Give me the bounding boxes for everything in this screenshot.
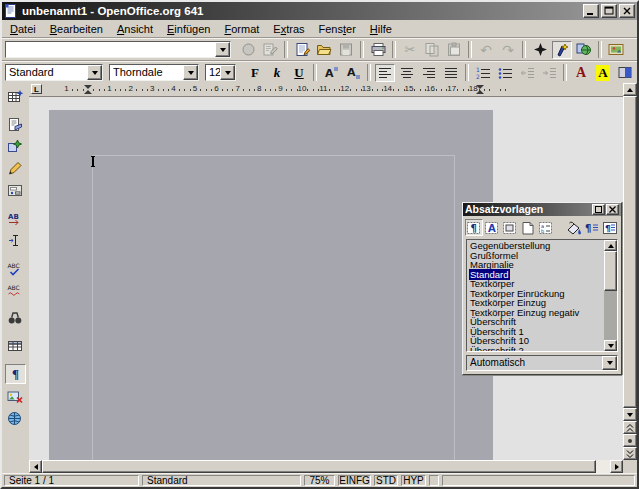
- autotext-icon[interactable]: AB: [5, 208, 26, 228]
- next-page-button[interactable]: [623, 447, 637, 460]
- hyperlink-dialog-icon[interactable]: [574, 41, 594, 59]
- vertical-scroll-thumb[interactable]: [623, 96, 637, 408]
- online-layout-icon[interactable]: [5, 408, 26, 428]
- bullets-icon[interactable]: [495, 64, 515, 82]
- gallery-icon[interactable]: [606, 41, 626, 59]
- style-filter-dropdown[interactable]: [602, 356, 617, 370]
- graphics-on-off-icon[interactable]: [5, 386, 26, 406]
- url-field[interactable]: [6, 42, 215, 57]
- indent-marker-right[interactable]: [476, 90, 484, 94]
- find-replace-icon[interactable]: [5, 308, 26, 328]
- paragraph-style-value[interactable]: Standard: [6, 65, 87, 80]
- scroll-down-button[interactable]: [623, 408, 637, 421]
- font-size-value[interactable]: 12: [206, 65, 220, 80]
- status-hyperlink-mode[interactable]: HYP: [401, 475, 426, 486]
- superscript-icon[interactable]: A: [321, 64, 341, 82]
- paragraph-style-combobox[interactable]: Standard: [5, 64, 103, 81]
- page-styles-icon[interactable]: [519, 219, 537, 236]
- scroll-up-button[interactable]: [623, 83, 637, 96]
- insert-fields-icon[interactable]: [5, 114, 26, 134]
- menu-hilfe[interactable]: Hilfe: [363, 22, 399, 36]
- new-style-from-selection-icon[interactable]: ¶: [583, 219, 601, 236]
- style-filter-value[interactable]: Automatisch: [467, 356, 602, 370]
- maximize-button[interactable]: [601, 4, 617, 18]
- undo-icon[interactable]: ↶: [476, 41, 496, 59]
- italic-icon[interactable]: k: [267, 64, 287, 82]
- auto-spellcheck-icon[interactable]: ABC: [5, 280, 26, 300]
- draw-functions-icon[interactable]: [5, 158, 26, 178]
- direct-cursor-icon[interactable]: [5, 230, 26, 250]
- new-document-icon[interactable]: [292, 41, 312, 59]
- horizontal-ruler[interactable]: L 1123456789101112131415161718: [29, 83, 623, 97]
- menu-fenster[interactable]: Fenster: [312, 22, 363, 36]
- minimize-button[interactable]: [583, 4, 599, 18]
- insert-object-icon[interactable]: [5, 136, 26, 156]
- print-icon[interactable]: [368, 41, 388, 59]
- stop-icon[interactable]: [238, 41, 258, 59]
- decrease-indent-icon[interactable]: [517, 64, 537, 82]
- bold-icon[interactable]: F: [245, 64, 265, 82]
- style-filter-combobox[interactable]: Automatisch: [466, 355, 618, 371]
- update-style-icon[interactable]: ¶: [601, 219, 619, 236]
- style-dropdown-button[interactable]: [87, 65, 102, 80]
- tab-type-button[interactable]: L: [31, 84, 42, 94]
- paragraph-background-icon[interactable]: [615, 64, 635, 82]
- cut-icon[interactable]: ✂: [400, 41, 420, 59]
- font-name-combobox[interactable]: Thorndale: [109, 64, 199, 81]
- previous-page-button[interactable]: [623, 421, 637, 434]
- style-list-scroll-up[interactable]: [604, 240, 617, 251]
- character-styles-icon[interactable]: A: [483, 219, 501, 236]
- menu-einfgen[interactable]: Einfügen: [160, 22, 217, 36]
- style-list[interactable]: GegenüberstellungGrußformelMarginalieSta…: [466, 239, 618, 352]
- horizontal-scrollbar[interactable]: [29, 460, 623, 473]
- vertical-scrollbar[interactable]: [623, 83, 637, 460]
- status-page[interactable]: Seite 1 / 1: [4, 475, 139, 486]
- horizontal-scroll-thumb[interactable]: [42, 460, 596, 473]
- url-combobox[interactable]: [5, 41, 231, 58]
- style-list-item[interactable]: Überschrift 2: [467, 346, 604, 352]
- underline-icon[interactable]: U: [289, 64, 309, 82]
- align-right-icon[interactable]: [419, 64, 439, 82]
- style-list-scroll-down[interactable]: [604, 340, 617, 351]
- fill-format-mode-icon[interactable]: [565, 219, 583, 236]
- save-icon[interactable]: [336, 41, 356, 59]
- numbering-icon[interactable]: 12: [473, 64, 493, 82]
- status-zoom[interactable]: 75%: [304, 475, 335, 486]
- font-name-value[interactable]: Thorndale: [110, 65, 183, 80]
- paragraph-styles-icon[interactable]: ¶: [465, 219, 483, 236]
- title-bar[interactable]: unbenannt1 - OpenOffice.org 641: [2, 2, 637, 20]
- status-selection-mode[interactable]: STD: [374, 475, 398, 486]
- scroll-right-button[interactable]: [610, 460, 623, 473]
- close-button[interactable]: [619, 4, 635, 18]
- insert-icon[interactable]: [5, 86, 26, 106]
- url-dropdown-button[interactable]: [215, 42, 230, 57]
- edit-file-icon[interactable]: [260, 41, 280, 59]
- form-functions-icon[interactable]: [5, 180, 26, 200]
- stylist-close-button[interactable]: [606, 204, 619, 215]
- scroll-left-button[interactable]: [29, 460, 42, 473]
- stylist-title-bar[interactable]: Absatzvorlagen: [463, 203, 621, 216]
- menu-ansicht[interactable]: Ansicht: [110, 22, 160, 36]
- menu-extras[interactable]: Extras: [266, 22, 311, 36]
- style-list-thumb[interactable]: [604, 251, 617, 291]
- spellcheck-icon[interactable]: ABC: [5, 258, 26, 278]
- highlighting-icon[interactable]: A: [593, 64, 613, 82]
- increase-indent-icon[interactable]: [539, 64, 559, 82]
- menu-format[interactable]: Format: [217, 22, 266, 36]
- copy-icon[interactable]: [422, 41, 442, 59]
- redo-icon[interactable]: ↷: [498, 41, 518, 59]
- indent-marker-left[interactable]: [84, 85, 92, 89]
- paste-icon[interactable]: [444, 41, 464, 59]
- indent-marker-left[interactable]: [84, 90, 92, 94]
- stylist-icon[interactable]: [552, 41, 572, 59]
- status-style[interactable]: Standard: [142, 475, 301, 486]
- stylist-dock-button[interactable]: [592, 204, 605, 215]
- status-insert-mode[interactable]: EINFG: [338, 475, 371, 486]
- subscript-icon[interactable]: A: [343, 64, 363, 82]
- menu-datei[interactable]: Datei: [3, 22, 43, 36]
- font-color-icon[interactable]: A: [571, 64, 591, 82]
- font-size-combobox[interactable]: 12: [205, 64, 236, 81]
- style-list-scrollbar[interactable]: [604, 240, 617, 351]
- align-justify-icon[interactable]: [441, 64, 461, 82]
- navigator-icon[interactable]: [530, 41, 550, 59]
